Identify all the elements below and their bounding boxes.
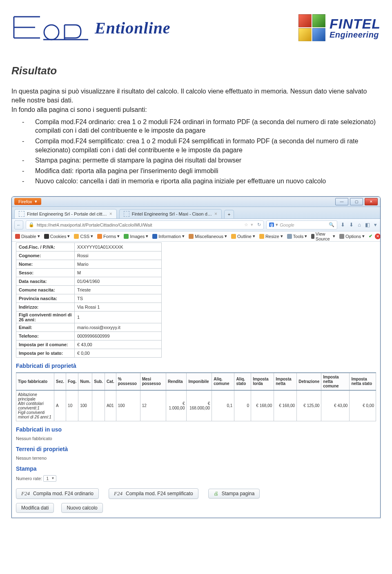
bullet-item: Stampa pagina: permette di stampare la p… — [11, 155, 381, 166]
devtool-cookies[interactable]: Cookies▾ — [44, 234, 70, 239]
kv-value: TS — [75, 294, 162, 303]
bookmark-star-icon[interactable]: ☆ — [244, 222, 248, 227]
kv-value: 1 — [75, 311, 162, 323]
intro-paragraph-1: In questa pagina si può visualizzare il … — [11, 87, 381, 105]
devtool-tools[interactable]: Tools▾ — [287, 234, 307, 239]
devtool-forms[interactable]: Forms▾ — [97, 234, 120, 239]
browser-tabstrip: Fintel Engineering Srl - Portale del cit… — [12, 207, 380, 219]
entionline-logo: Entionline — [11, 13, 171, 42]
devtool-misc[interactable]: Miscellaneous▾ — [189, 234, 227, 239]
compila-f24-ordinario-button[interactable]: F24 Compila mod. F24 ordinario — [16, 488, 99, 499]
error-icon[interactable]: ✕ — [375, 234, 381, 239]
bullet-list: Compila mod.F24 ordinario: crea 1 o 2 mo… — [11, 117, 381, 187]
dropdown-icon[interactable]: ▾ — [251, 222, 253, 227]
table-header: Sub. — [92, 373, 105, 390]
printer-icon: 🖨 — [214, 491, 218, 496]
window-close-button[interactable]: ✕ — [365, 198, 378, 205]
tab-close-icon[interactable]: × — [214, 211, 217, 217]
table-row: Cognome:Rossi — [16, 251, 162, 260]
stampa-pagina-button[interactable]: 🖨 Stampa pagina — [208, 489, 260, 498]
bullet-item: Compila mod.F24 semplificato: crea 1 o 2… — [11, 136, 381, 155]
table-header: Imponibile — [187, 373, 212, 390]
feed-icon[interactable]: ◧ — [364, 222, 371, 228]
table-row: Comune nascita:Trieste — [16, 285, 162, 294]
more-icon[interactable]: ▾ — [373, 222, 378, 228]
downloads-icon[interactable]: ⬇ — [348, 222, 354, 228]
compila-f24-semplificato-button[interactable]: F24 Compila mod. F24 semplificato — [109, 488, 198, 499]
table-header: Aliq. comune — [212, 373, 234, 390]
table-header: Num. — [78, 373, 92, 390]
search-icon[interactable]: 🔍 — [329, 222, 334, 227]
devtool-viewsource[interactable]: View Source▾ — [311, 231, 335, 241]
table-header: % possesso — [116, 373, 140, 390]
kv-value: Via Rossi 1 — [75, 303, 162, 311]
devtool-options[interactable]: Options▾ — [339, 234, 365, 239]
firefox-menu-button[interactable]: Firefox▾ — [14, 198, 41, 205]
browser-tab-active[interactable]: Fintel Engineering Srl - Portale del cit… — [14, 209, 117, 218]
fabbricati-table: Tipo fabbricatoSez.Fog.Num.Sub.Cat.% pos… — [16, 372, 376, 421]
address-bar[interactable]: 🔒 https://net4.maxiportal.it/PortaleCitt… — [26, 220, 264, 229]
kv-key: Imposta per lo stato: — [16, 349, 75, 357]
tab-close-icon[interactable]: × — [109, 211, 112, 217]
numero-rate-row: Numero rate: 1 — [16, 475, 376, 482]
kv-key: Email: — [16, 323, 75, 331]
window-minimize-button[interactable]: — — [335, 198, 348, 205]
table-row: Sesso:M — [16, 268, 162, 277]
table-row: Email:mario.rossi@xxxyyy.it — [16, 323, 162, 331]
kv-key: Nome: — [16, 260, 75, 268]
f24-icon: F24 — [114, 490, 122, 497]
devtool-outline[interactable]: Outline▾ — [231, 234, 255, 239]
bullet-item: Compila mod.F24 ordinario: crea 1 o 2 mo… — [11, 117, 381, 136]
fintel-text: FINTEL Engineering — [330, 17, 381, 39]
check-icon[interactable]: ✔ — [369, 234, 372, 239]
table-header: Imposta lorda — [251, 373, 274, 390]
svg-point-0 — [44, 25, 59, 40]
section-terreni: Terreni di proprietà — [16, 446, 376, 452]
table-header: Tipo fabbricato — [16, 373, 54, 390]
table-row: Imposta per lo stato:€ 0,00 — [16, 349, 162, 357]
entionline-mark-icon — [11, 13, 89, 42]
window-maximize-button[interactable]: ▢ — [350, 198, 363, 205]
fintel-cubes-icon — [298, 14, 325, 41]
f24-icon: F24 — [21, 490, 30, 497]
table-header: Aliq. stato — [234, 373, 251, 390]
nuovo-calcolo-button[interactable]: Nuovo calcolo — [61, 503, 102, 513]
cell-tipo: Abitazione principale Altri contitolari … — [16, 390, 54, 421]
page-content: Cod.Fisc. / P.IVA:XXXYYY01A01XXXXKCognom… — [12, 242, 380, 518]
search-box[interactable]: g ▾ Google 🔍 — [266, 220, 337, 229]
table-row: Provincia nascita:TS — [16, 294, 162, 303]
tab-favicon-icon — [19, 211, 24, 217]
kv-value: 0009996600999 — [75, 331, 162, 340]
new-tab-button[interactable]: + — [224, 210, 234, 218]
modifica-dati-button[interactable]: Modifica dati — [16, 503, 54, 513]
table-row: Imposta per il comune:€ 43,00 — [16, 340, 162, 349]
devtool-images[interactable]: Images▾ — [124, 234, 148, 239]
bookmark-dropdown-icon[interactable]: ⬇︎ — [340, 222, 346, 228]
kv-value: € 0,00 — [75, 349, 162, 357]
kv-value: € 43,00 — [75, 340, 162, 349]
reload-icon[interactable]: ↻ — [257, 222, 261, 227]
table-header: Sez. — [54, 373, 66, 390]
kv-key: Cod.Fisc. / P.IVA: — [16, 243, 75, 251]
kv-key: Comune nascita: — [16, 285, 75, 294]
devtool-css[interactable]: CSS▾ — [74, 234, 93, 239]
google-badge-icon: g — [269, 222, 274, 227]
table-header: Cat. — [105, 373, 116, 390]
browser-tab[interactable]: Fintel Engineering Srl - Maxi - Cison d…… — [119, 209, 222, 218]
kv-key: Sesso: — [16, 268, 75, 277]
kv-key: Data nascita: — [16, 277, 75, 285]
table-row: Data nascita:01/04/1960 — [16, 277, 162, 285]
devtool-disable[interactable]: Disable▾ — [15, 234, 40, 239]
home-icon[interactable]: ⌂ — [357, 222, 362, 228]
kv-key: Figli conviventi minori di 26 anni: — [16, 311, 75, 323]
nav-back-button[interactable]: ← — [14, 220, 23, 229]
devtool-resize[interactable]: Resize▾ — [259, 234, 283, 239]
table-header: Imposta netta stato — [350, 373, 376, 390]
fintel-logo: FINTEL Engineering — [298, 14, 381, 41]
kv-value: Trieste — [75, 285, 162, 294]
devtool-information[interactable]: Information▾ — [152, 234, 185, 239]
terreni-empty: Nessun terreno — [16, 456, 376, 461]
numero-rate-select[interactable]: 1 — [43, 475, 56, 482]
kv-value: mario.rossi@xxxyyy.it — [75, 323, 162, 331]
table-header: Fog. — [66, 373, 78, 390]
